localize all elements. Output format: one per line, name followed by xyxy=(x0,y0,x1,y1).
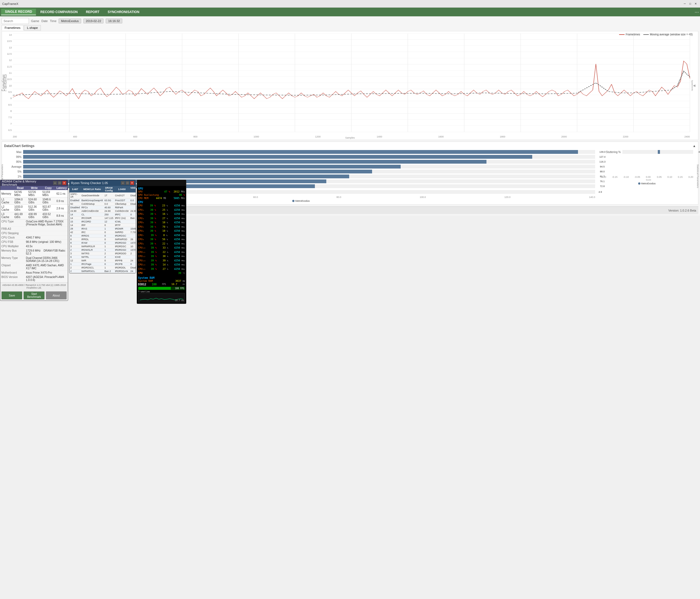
maximize-button[interactable]: □ xyxy=(688,2,692,6)
td-clkesetup: ClkeSetup xyxy=(114,202,130,206)
hw-cpu-label-6: CPU₆ xyxy=(138,229,144,233)
td-cl: CL xyxy=(81,213,104,216)
table-row: 1DPC-1R GearDownMode 1T CmdX2T Disabled … xyxy=(70,192,136,199)
td-24-90-3: 24.90 xyxy=(130,209,136,213)
hw-cpu-6: CPU₆39 %10 %4250 MHz xyxy=(138,229,185,233)
td-8-trrds: 8 xyxy=(70,234,81,238)
timing-maximize[interactable]: □ xyxy=(126,181,129,185)
time-value: 16:16:32 xyxy=(106,19,122,23)
info-row-cpu-mult: CPU Multiplier 43.5x xyxy=(0,244,68,249)
td-28: 28 xyxy=(70,227,81,231)
hw-fps-bar-fill xyxy=(139,287,171,290)
timing-content: 3.467 MEMCLK Ratio DRAM Config 1.0450 VD… xyxy=(70,186,136,273)
td-00-1: 0.0 xyxy=(130,199,136,202)
aida64-window-controls: ─ □ ✕ xyxy=(53,181,66,185)
tab-lshape[interactable]: L-shape xyxy=(24,25,41,30)
search-input[interactable] xyxy=(2,18,29,24)
bar-track-1: 81.7 xyxy=(23,175,595,178)
td-disabled4: Disabled xyxy=(130,266,136,269)
settings-toggle[interactable]: ▲ xyxy=(693,144,696,148)
minimize-button[interactable]: ─ xyxy=(682,2,687,6)
aida64-close[interactable]: ✕ xyxy=(62,181,66,185)
td-enabled1: Enabled xyxy=(70,199,81,202)
y-label-12-5: 12.5 xyxy=(7,53,12,55)
row-read-l2: 1033.0 GB/s xyxy=(14,205,27,212)
td-0-3: 0 xyxy=(104,231,115,234)
nav-more-icon[interactable]: ⋯ xyxy=(695,9,699,15)
aida64-buttons: Save Start Benchmark About xyxy=(0,290,68,301)
nav-tab-single-record[interactable]: SINGLE RECORD xyxy=(1,9,36,15)
td-disabled3: Disabled xyxy=(70,206,81,209)
hw-cpu-label-12: CPU₁₂ xyxy=(138,255,146,258)
hw-mini-chart: 10.7 ms xyxy=(138,293,185,303)
rx-p05: 0.05 xyxy=(657,176,662,181)
aida-benchmark-button[interactable]: Start Benchmark xyxy=(23,291,44,300)
settings-title: Data/Chart Settings xyxy=(4,144,34,148)
timing-title: Ryzen Timing Checker 1.05 xyxy=(71,181,108,185)
timing-close[interactable]: ✕ xyxy=(130,181,134,185)
nav-tab-synchronisation[interactable]: SYNCHRONISATION xyxy=(104,9,143,15)
col-header-read: Read xyxy=(14,186,27,190)
right-bar-area: Stuttering % -0.06 -0.20 -0.15 -0.10 -0.… xyxy=(601,150,693,185)
aida-save-button[interactable]: Save xyxy=(1,291,22,300)
hw-cpu-mhz-4: 4250 MHz xyxy=(174,221,185,225)
td-trdrdsd2: tRDRDSD xyxy=(114,248,130,252)
hw-cpu-rows: CPU39 %23 %4250 MHz CPU₁39 %25 %4250 MHz… xyxy=(138,204,185,276)
y-label-13-5: 13.5 xyxy=(7,40,12,43)
aida-about-button[interactable]: About xyxy=(46,291,67,300)
col-header-latency: Latency xyxy=(55,186,68,190)
timing-minimize[interactable]: ─ xyxy=(121,181,125,185)
info-row-chipset: Chipset AMD X470, AMD Sachan, AMD X17 IM… xyxy=(0,263,68,271)
nav-tab-record-comparison[interactable]: RECORD COMPARISON xyxy=(36,9,81,15)
stats-label-right: Statistical Parameters xyxy=(697,164,699,188)
nav-bar: SINGLE RECORD RECORD COMPARISON REPORT S… xyxy=(0,8,700,16)
td-blank1 xyxy=(130,206,136,209)
cpu-type-label: CPU Type xyxy=(1,220,26,226)
timing-window: Ryzen Timing Checker 1.05 ─ □ ✕ 3.467 ME… xyxy=(69,180,136,274)
td-1: 1 xyxy=(104,227,115,231)
row-copy-l1: 1048.6 GB/s xyxy=(42,198,55,205)
x-label-0: 200 xyxy=(13,135,17,138)
tab-frametimes[interactable]: Frametimes xyxy=(2,25,23,30)
aida64-minimize[interactable]: ─ xyxy=(53,181,57,185)
hw-cpu-mhz-10: 4250 MHz xyxy=(174,246,185,250)
bar-fill-avg xyxy=(23,165,401,168)
hw-cpu-extra-9: 22 % xyxy=(162,242,168,246)
hw-gpu-mhz: 2012 MHz xyxy=(174,190,185,193)
td-24-90-2: 24.90 xyxy=(104,209,115,213)
x-axis-title: Samples xyxy=(345,136,355,139)
hw-cpu-mhz-7: 4250 MHz xyxy=(174,234,185,237)
bar-row-max: Max 139.0 xyxy=(7,150,595,154)
td-trc: tRC xyxy=(81,231,104,234)
row-latency-l1: 0.9 ns xyxy=(55,198,68,205)
td-63-5g: 63.5G xyxy=(104,199,115,202)
close-button[interactable]: ✕ xyxy=(694,2,698,6)
row-label-l1: L1 Cache xyxy=(0,198,14,205)
bar-fill-5 xyxy=(23,170,372,174)
td-geardown: GearDownMode xyxy=(81,192,104,199)
td-8-trrdl: 8 xyxy=(70,238,81,241)
x-140: 140.0 xyxy=(589,196,595,199)
rx-20: -0.20 xyxy=(601,176,606,181)
mem-type-value: Dual Channel DDR4-3466 SDRAM (14-15-14-2… xyxy=(26,257,67,262)
aida64-titlebar: AIDA64 Cache & Memory Benchmark ─ □ ✕ xyxy=(0,180,68,186)
td-10: 10 xyxy=(130,245,136,248)
td-12: 12 xyxy=(104,220,115,224)
bar-row-avg: Average 94.5 xyxy=(7,165,595,168)
hw-cpu-label-9: CPU₉ xyxy=(138,242,144,246)
td-1-4: 1 xyxy=(104,266,115,269)
nav-tab-report[interactable]: REPORT xyxy=(82,9,103,15)
bar-fill-99 xyxy=(23,155,532,159)
th-config: DRAM Config xyxy=(104,186,115,192)
hw-cpu-15: CPU₁₅39 %27 %4250 MHz xyxy=(138,267,185,271)
search-record-area: Game Date Time MetroExodus 2019-02-22 16… xyxy=(2,18,698,24)
hw-cpu-5: CPU₅39 %70 %4250 MHz xyxy=(138,225,185,229)
table-row: 14 tRCDWR 147.115 tRFC (ns) Ban 2 tWRWRB… xyxy=(70,216,136,220)
rx-p20: 0.20 xyxy=(688,176,693,181)
hw-cpu-extra-0: 23 % xyxy=(162,204,168,208)
th-val1: 3.467 xyxy=(70,186,81,192)
hw-row-gpu-load: GPU 47 % 2012 MHz xyxy=(138,190,185,193)
th-val2: 1.0450 xyxy=(114,186,130,192)
aida64-maximize[interactable]: □ xyxy=(58,181,61,185)
hw-cpu-4: CPU₄39 %10 %4250 MHz xyxy=(138,220,185,225)
